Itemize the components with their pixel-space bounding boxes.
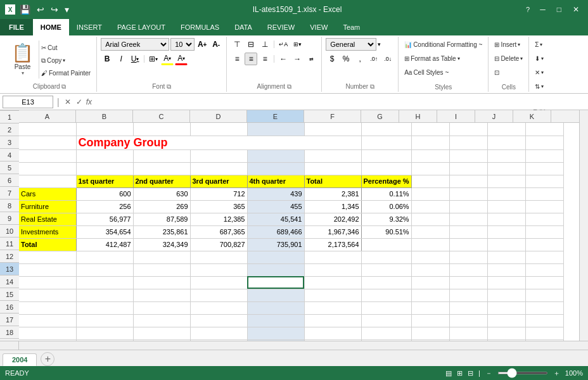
cell-C16[interactable]	[133, 314, 190, 327]
cell-B13[interactable]	[76, 276, 133, 289]
cell-F10[interactable]: 2,173,564	[304, 238, 361, 251]
cell-A9[interactable]: Investments	[19, 225, 76, 238]
fill-color-btn[interactable]: A▾	[161, 53, 174, 65]
delete-dropdown[interactable]: ▾	[520, 56, 523, 61]
cell-I8[interactable]	[449, 213, 487, 225]
cell-D6[interactable]: 712	[190, 187, 247, 200]
cell-H4[interactable]	[411, 162, 449, 175]
bottom-align-btn[interactable]: ⊥	[259, 38, 271, 51]
align-expand[interactable]: ⧉	[287, 83, 291, 90]
cell-C8[interactable]: 87,589	[133, 213, 190, 225]
row-header-8[interactable]: 8	[0, 200, 19, 212]
cell-F6[interactable]: 2,381	[304, 187, 361, 200]
cell-J16[interactable]	[487, 314, 525, 327]
fill-btn[interactable]: ⬇ ▾	[533, 52, 546, 65]
cell-A16[interactable]	[19, 314, 76, 327]
undo-quick-btn[interactable]: ↩	[35, 3, 46, 16]
cell-E15[interactable]	[247, 301, 304, 314]
format-as-table-dropdown[interactable]: ▾	[457, 56, 460, 61]
cell-K15[interactable]	[525, 301, 563, 314]
row-header-10[interactable]: 10	[0, 225, 19, 238]
cell-G7[interactable]: 0.06%	[361, 200, 411, 213]
formula-input[interactable]	[94, 96, 585, 108]
fill-dropdown[interactable]: ▾	[541, 56, 544, 61]
cell-A18[interactable]	[19, 339, 76, 341]
middle-align-btn[interactable]: ⊟	[245, 38, 257, 51]
cell-C12[interactable]	[133, 263, 190, 276]
font-color-btn[interactable]: A▾	[175, 53, 188, 65]
increase-decimal-btn[interactable]: .0↑	[368, 53, 380, 65]
cell-K14[interactable]	[525, 289, 563, 301]
cell-H9[interactable]	[411, 225, 449, 238]
col-header-J[interactable]: J	[475, 110, 513, 122]
wrap-text-btn[interactable]: ↵A	[277, 38, 290, 51]
cell-F11[interactable]	[304, 251, 361, 263]
view-page-btn[interactable]: ⊟	[468, 369, 473, 377]
cell-E3[interactable]	[247, 149, 304, 162]
delete-btn[interactable]: ⊟ Delete ▾	[492, 52, 525, 65]
col-header-A[interactable]: A	[19, 110, 76, 122]
cell-F4[interactable]	[304, 162, 361, 175]
decrease-indent-btn[interactable]: ←	[277, 53, 290, 65]
clear-btn[interactable]: ✕ ▾	[533, 66, 546, 79]
cell-H7[interactable]	[411, 200, 449, 213]
conditional-formatting-btn[interactable]: 📊 Conditional Formatting ~	[402, 38, 484, 51]
cut-button[interactable]: ✂ Cut	[39, 42, 93, 54]
clear-dropdown[interactable]: ▾	[541, 70, 544, 75]
zoom-slider[interactable]	[497, 372, 548, 374]
row-header-18[interactable]: 18	[0, 326, 19, 339]
cell-E4[interactable]	[247, 162, 304, 175]
cell-A13[interactable]	[19, 276, 76, 289]
cell-B4[interactable]	[76, 162, 133, 175]
cell-C15[interactable]	[133, 301, 190, 314]
cell-G1[interactable]	[361, 123, 411, 136]
cell-A1[interactable]	[19, 123, 76, 136]
tab-review[interactable]: REVIEW	[260, 19, 302, 35]
cell-C13[interactable]	[133, 276, 190, 289]
font-size-select[interactable]: 10	[170, 38, 195, 51]
cell-F14[interactable]	[304, 289, 361, 301]
cell-C3[interactable]	[133, 149, 190, 162]
decrease-decimal-btn[interactable]: .0↓	[381, 53, 394, 65]
cell-H14[interactable]	[411, 289, 449, 301]
cell-B15[interactable]	[76, 301, 133, 314]
cell-E14[interactable]	[247, 289, 304, 301]
format-painter-button[interactable]: 🖌 Format Painter	[39, 68, 93, 79]
cell-I12[interactable]	[449, 263, 487, 276]
cell-G3[interactable]	[361, 149, 411, 162]
cell-H11[interactable]	[411, 251, 449, 263]
font-expand[interactable]: ⧉	[167, 83, 171, 90]
cell-F9[interactable]: 1,967,346	[304, 225, 361, 238]
cell-H6[interactable]	[411, 187, 449, 200]
vertical-scrollbar[interactable]	[579, 110, 588, 341]
cell-B6[interactable]: 600	[76, 187, 133, 200]
row-header-6[interactable]: 6	[0, 174, 19, 187]
cell-F1[interactable]	[304, 123, 361, 136]
number-format-select[interactable]: General	[326, 38, 376, 51]
cell-B17[interactable]	[76, 327, 133, 339]
cell-J12[interactable]	[487, 263, 525, 276]
top-align-btn[interactable]: ⊤	[231, 38, 243, 51]
comma-btn[interactable]: ,	[354, 53, 366, 65]
col-header-C[interactable]: C	[133, 110, 190, 122]
cell-I9[interactable]	[449, 225, 487, 238]
cell-K17[interactable]	[525, 327, 563, 339]
cell-I15[interactable]	[449, 301, 487, 314]
row-header-1[interactable]: 1	[0, 111, 19, 124]
cell-J3[interactable]	[487, 149, 525, 162]
cell-A17[interactable]	[19, 327, 76, 339]
cell-G17[interactable]	[361, 327, 411, 339]
cell-D7[interactable]: 365	[190, 200, 247, 213]
cell-K1[interactable]	[525, 123, 563, 136]
cell-B2[interactable]: Company Group	[76, 136, 361, 149]
cell-I3[interactable]	[449, 149, 487, 162]
cell-J9[interactable]	[487, 225, 525, 238]
redo-quick-btn[interactable]: ↪	[49, 3, 60, 16]
cell-H1[interactable]	[411, 123, 449, 136]
cell-I1[interactable]	[449, 123, 487, 136]
cell-E10[interactable]: 735,901	[247, 238, 304, 251]
cell-A5[interactable]	[19, 175, 76, 187]
number-format-dropdown[interactable]: ▾	[378, 41, 381, 48]
cell-D1[interactable]	[190, 123, 247, 136]
cell-I13[interactable]	[449, 276, 487, 289]
